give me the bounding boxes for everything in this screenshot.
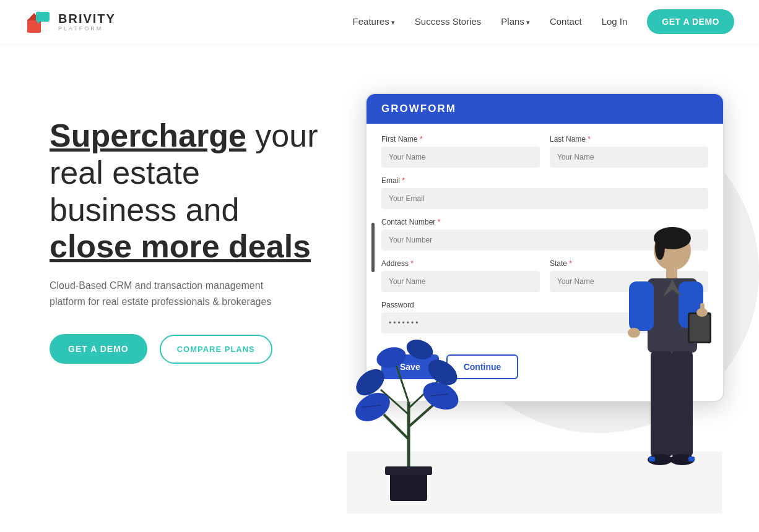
plant-illustration (347, 328, 471, 513)
svg-point-13 (628, 328, 640, 338)
form-row-name: First Name * Last Name * (381, 135, 708, 168)
form-group-address: Address * (381, 259, 540, 292)
nav-item-contact[interactable]: Contact (550, 16, 582, 27)
first-name-input[interactable] (381, 147, 540, 168)
address-label: Address * (381, 259, 540, 268)
required-star: * (588, 135, 591, 144)
svg-point-36 (375, 344, 409, 371)
hero-subtext: Cloud-Based CRM and transaction manageme… (50, 278, 279, 309)
nav-links: Features Success Stories Plans Contact L… (353, 9, 734, 34)
nav-item-login[interactable]: Log In (602, 16, 628, 27)
hero-compare-button[interactable]: COMPARE PLANS (160, 335, 272, 364)
svg-point-6 (655, 235, 665, 260)
form-group-first-name: First Name * (381, 135, 540, 168)
nav-link-success-stories[interactable]: Success Stories (415, 16, 482, 27)
form-header: GROWFORM (366, 94, 723, 124)
navbar: BRIVITY PLATFORM Features Success Storie… (0, 0, 759, 43)
svg-rect-12 (690, 314, 709, 341)
svg-point-37 (404, 336, 436, 363)
svg-line-31 (396, 365, 409, 402)
nav-link-login[interactable]: Log In (602, 16, 628, 27)
required-star: * (438, 218, 441, 226)
required-star: * (402, 176, 405, 185)
headline-close-deals: close more deals (50, 228, 311, 264)
hero-headline: Supercharge your real estate business an… (50, 118, 347, 265)
nav-item-features[interactable]: Features (353, 16, 395, 27)
required-star: * (410, 259, 414, 268)
form-group-email: Email * (381, 176, 708, 209)
hero-left: Supercharge your real estate business an… (50, 80, 347, 364)
nav-item-success-stories[interactable]: Success Stories (415, 16, 482, 27)
hero-demo-button[interactable]: GET A DEMO (50, 334, 147, 364)
svg-rect-19 (671, 351, 693, 457)
form-group-last-name: Last Name * (550, 135, 708, 168)
form-row-email: Email * (381, 176, 708, 209)
svg-rect-18 (651, 351, 672, 457)
scroll-indicator (371, 223, 375, 272)
svg-line-28 (409, 402, 436, 427)
logo-text: BRIVITY PLATFORM (58, 12, 116, 32)
svg-line-27 (384, 414, 409, 439)
email-input[interactable] (381, 188, 708, 209)
headline-supercharge: Supercharge (50, 118, 246, 153)
nav-link-plans[interactable]: Plans (501, 16, 530, 27)
required-star: * (420, 135, 423, 144)
svg-rect-7 (666, 267, 677, 280)
address-input[interactable] (381, 271, 540, 292)
svg-rect-25 (385, 466, 432, 475)
nav-link-features[interactable]: Features (353, 16, 395, 27)
svg-rect-23 (688, 457, 695, 461)
last-name-label: Last Name * (550, 135, 708, 144)
last-name-input[interactable] (550, 147, 708, 168)
hero-buttons: GET A DEMO COMPARE PLANS (50, 334, 347, 364)
nav-item-plans[interactable]: Plans (501, 16, 530, 27)
hero-section: Supercharge your real estate business an… (0, 43, 759, 532)
first-name-label: First Name * (381, 135, 540, 144)
logo-icon (25, 8, 52, 35)
required-star: * (569, 259, 572, 268)
svg-rect-9 (629, 281, 654, 331)
logo[interactable]: BRIVITY PLATFORM (25, 8, 116, 35)
svg-rect-22 (649, 457, 655, 461)
email-label: Email * (381, 176, 708, 185)
nav-demo-button[interactable]: GET A DEMO (647, 9, 734, 34)
hero-right: GROWFORM First Name * Last Name * (347, 80, 722, 513)
svg-rect-2 (36, 12, 50, 22)
nav-cta[interactable]: GET A DEMO (647, 9, 734, 34)
person-illustration (617, 217, 716, 513)
svg-rect-15 (700, 303, 705, 315)
nav-link-contact[interactable]: Contact (550, 16, 582, 27)
